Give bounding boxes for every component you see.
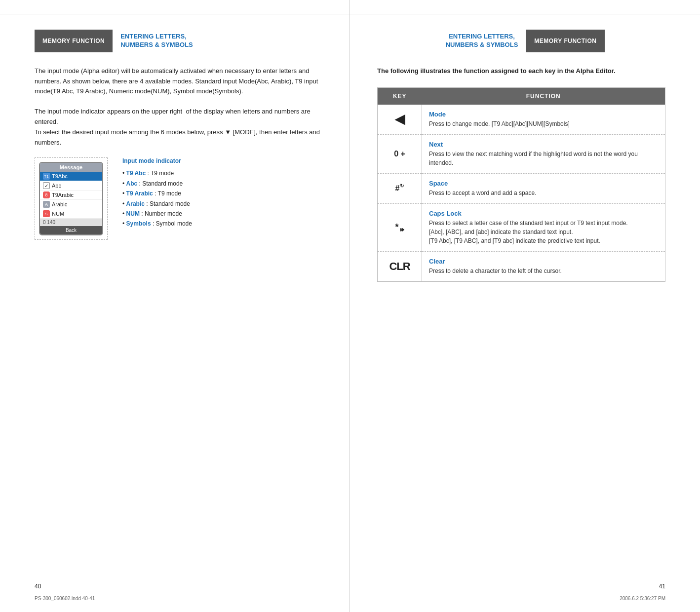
right-intro: The following illustrates the function a… — [377, 66, 665, 76]
phone-menu-item-4: A Arabic — [40, 200, 102, 209]
key-clear: CLR — [378, 251, 422, 281]
key-caps: *🕪 — [378, 203, 422, 251]
phone-area: Message T1 T9Abc ✓ Abc 8 T9Arabic — [35, 157, 322, 240]
phone-mockup: Message T1 T9Abc ✓ Abc 8 T9Arabic — [35, 157, 108, 240]
func-clear: Clear Press to delete a character to the… — [422, 251, 665, 281]
func-next: Next Press to view the next matching wor… — [422, 134, 665, 173]
table-row-space: #↻ Space Press to accept a word and add … — [378, 173, 665, 203]
function-table: KEY FUNCTION ◀ Mode Press to change mode… — [377, 87, 665, 282]
input-mode-item-6: • Symbols : Symbol mode — [122, 219, 322, 229]
phone-bottom-bar: Back — [40, 226, 102, 234]
table-row-next: 0 + Next Press to view the next matching… — [378, 134, 665, 173]
left-tab-dark: MEMORY FUNCTION — [35, 30, 113, 52]
hash-icon: #↻ — [395, 184, 404, 193]
func-title-clear: Clear — [429, 258, 658, 265]
func-desc-space: Press to accept a word and add a space. — [429, 189, 658, 197]
left-header: MEMORY FUNCTION ENTERING LETTERS, NUMBER… — [35, 30, 322, 52]
body-paragraph-1: The input mode (Alpha editor) will be au… — [35, 66, 322, 97]
input-mode-item-4: • Arabic : Standard mode — [122, 199, 322, 209]
func-space: Space Press to accept a word and add a s… — [422, 173, 665, 203]
input-mode-item-2: • Abc : Standard mode — [122, 179, 322, 189]
right-tab-title: ENTERING LETTERS, NUMBERS & SYMBOLS — [438, 30, 526, 52]
table-row-caps: *🕪 Caps Lock Press to select a letter ca… — [378, 203, 665, 251]
col-header-key: KEY — [378, 87, 422, 105]
input-mode-title: Input mode indicator — [122, 157, 322, 164]
func-mode: Mode Press to change mode. [T9 Abc][Abc]… — [422, 105, 665, 135]
right-page: ENTERING LETTERS, NUMBERS & SYMBOLS MEMO… — [350, 0, 700, 612]
mode-icon: ◀ — [395, 112, 405, 127]
func-title-caps: Caps Lock — [429, 210, 658, 217]
input-mode-item-5: • NUM : Number mode — [122, 209, 322, 219]
right-header: ENTERING LETTERS, NUMBERS & SYMBOLS MEMO… — [377, 30, 665, 52]
col-header-function: FUNCTION — [422, 87, 665, 105]
table-row-mode: ◀ Mode Press to change mode. [T9 Abc][Ab… — [378, 105, 665, 135]
left-page: MEMORY FUNCTION ENTERING LETTERS, NUMBER… — [0, 0, 350, 612]
key-space: #↻ — [378, 173, 422, 203]
key-next: 0 + — [378, 134, 422, 173]
page-number-left: 40 — [35, 583, 41, 590]
func-title-mode: Mode — [429, 111, 658, 118]
phone-menu-item-5: S NUM — [40, 209, 102, 219]
phone-title-bar: Message — [40, 163, 102, 172]
func-desc-clear: Press to delete a character to the left … — [429, 267, 658, 275]
func-desc-caps: Press to select a letter case of the sta… — [429, 219, 658, 245]
page-number-right: 41 — [659, 583, 665, 590]
func-desc-mode: Press to change mode. [T9 Abc][Abc][NUM]… — [429, 119, 658, 128]
input-mode-item-1: • T9 Abc : T9 mode — [122, 168, 322, 178]
key-mode: ◀ — [378, 105, 422, 135]
phone-menu-item-2: ✓ Abc — [40, 181, 102, 191]
input-mode-list: Input mode indicator • T9 Abc : T9 mode … — [122, 157, 322, 229]
right-tab-dark: MEMORY FUNCTION — [526, 30, 605, 52]
phone-menu-item-3: 8 T9Arabic — [40, 191, 102, 200]
func-caps: Caps Lock Press to select a letter case … — [422, 203, 665, 251]
zero-plus-icon: 0 + — [394, 150, 405, 158]
phone-status-bar: 0 140 — [40, 219, 102, 226]
footer-right: 2006.6.2 5:36:27 PM — [620, 596, 665, 601]
func-title-space: Space — [429, 180, 658, 187]
left-tab-title: ENTERING LETTERS, NUMBERS & SYMBOLS — [113, 30, 201, 52]
func-title-next: Next — [429, 141, 658, 148]
footer-left: PS-300_060602.indd 40-41 — [35, 596, 95, 601]
func-desc-next: Press to view the next matching word if … — [429, 150, 658, 167]
input-mode-item-3: • T9 Arabic : T9 mode — [122, 189, 322, 198]
star-icon: *🕪 — [395, 222, 404, 232]
input-mode-items: • T9 Abc : T9 mode • Abc : Standard mode… — [122, 168, 322, 229]
phone-menu-item-1: T1 T9Abc — [40, 172, 102, 181]
table-row-clear: CLR Clear Press to delete a character to… — [378, 251, 665, 281]
clr-icon: CLR — [389, 260, 410, 272]
body-paragraph-2: The input mode indicator appears on the … — [35, 107, 322, 148]
